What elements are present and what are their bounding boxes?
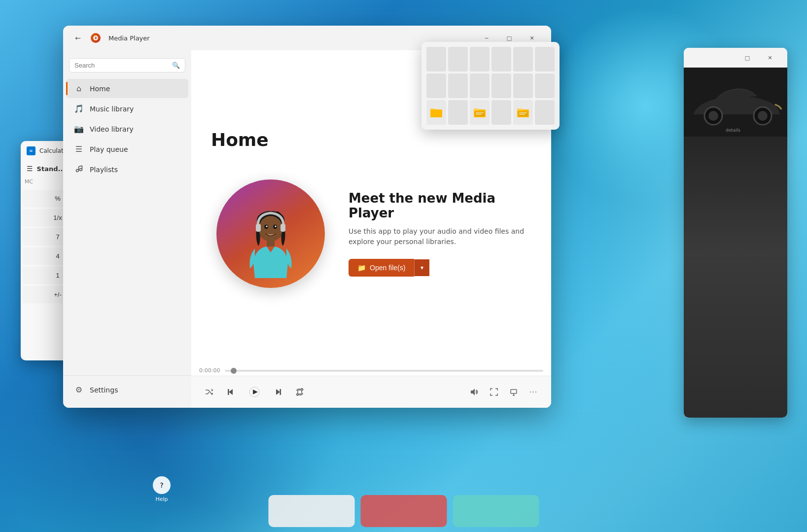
svg-marker-22: [276, 389, 280, 395]
help-button[interactable]: ?: [153, 476, 171, 494]
snap-cell-2-5[interactable]: [513, 73, 533, 98]
svg-rect-17: [281, 224, 285, 232]
svg-rect-32: [476, 112, 484, 113]
sidebar-item-music-library-label: Music library: [90, 105, 134, 113]
video-icon: 📷: [74, 124, 84, 134]
open-files-label: Open file(s): [370, 264, 405, 272]
sidebar-item-home[interactable]: ⌂ Home: [66, 79, 188, 98]
car-image: details: [684, 68, 787, 418]
svg-marker-18: [229, 389, 233, 395]
snap-cell-1-4[interactable]: [491, 47, 511, 71]
svg-point-41: [708, 111, 718, 121]
sidebar-item-settings-label: Settings: [90, 386, 118, 394]
titlebar-controls: ← Media Player: [71, 31, 150, 45]
snap-cell-3-2[interactable]: [448, 100, 468, 125]
calc-app-icon: ≡: [27, 146, 35, 155]
sidebar-item-music-library[interactable]: 🎵 Music library: [66, 99, 188, 118]
snap-cell-3-4[interactable]: [491, 100, 511, 125]
next-button[interactable]: [270, 384, 286, 400]
repeat-button[interactable]: [292, 384, 308, 400]
sidebar-item-playlists[interactable]: Playlists: [66, 160, 188, 179]
sidebar-bottom: ⚙ Settings: [63, 375, 191, 404]
sidebar-item-playlists-label: Playlists: [90, 166, 118, 174]
sidebar-item-play-queue-label: Play queue: [90, 145, 128, 153]
fullscreen-button[interactable]: [486, 384, 502, 400]
snap-cell-2-1[interactable]: [426, 73, 446, 98]
snap-popup: [421, 42, 560, 130]
snap-cell-3-3[interactable]: [470, 100, 490, 125]
svg-rect-28: [430, 109, 442, 117]
calc-mc-label: MC: [25, 178, 33, 185]
snap-cell-1-1[interactable]: [426, 47, 446, 71]
snap-cell-2-2[interactable]: [448, 73, 468, 98]
playback-controls: ···: [191, 376, 551, 408]
hero-subtitle: Use this app to play your audio and vide…: [349, 226, 526, 247]
snap-cell-2-6[interactable]: [535, 73, 555, 98]
person-illustration: [231, 199, 310, 288]
sidebar-item-video-library-label: Video library: [90, 125, 134, 133]
open-files-button-group: 📁 Open file(s) ▾: [349, 259, 526, 277]
more-options-button[interactable]: ···: [526, 384, 541, 400]
svg-rect-30: [474, 108, 479, 110]
calc-mode: Stand...: [37, 165, 66, 173]
bottom-card-2[interactable]: [360, 495, 447, 527]
shuffle-button[interactable]: [201, 384, 217, 400]
snap-cell-1-3[interactable]: [470, 47, 490, 71]
svg-rect-33: [476, 114, 482, 115]
svg-point-13: [266, 226, 268, 227]
svg-rect-37: [519, 112, 527, 113]
controls-right: ···: [466, 384, 541, 400]
snap-cell-3-6[interactable]: [535, 100, 555, 125]
svg-line-5: [79, 166, 82, 167]
snap-cell-1-5[interactable]: [513, 47, 533, 71]
bottom-card-1[interactable]: [268, 495, 354, 527]
snap-cell-1-2[interactable]: [448, 47, 468, 71]
snap-cell-1-6[interactable]: [535, 47, 555, 71]
svg-point-43: [758, 111, 768, 121]
svg-marker-21: [253, 390, 258, 394]
svg-rect-25: [511, 390, 517, 393]
progress-track[interactable]: [225, 370, 543, 372]
svg-point-14: [275, 226, 277, 227]
sidebar-item-play-queue[interactable]: ☰ Play queue: [66, 140, 188, 159]
progress-area: 0:00:00: [191, 367, 551, 376]
app-title: Media Player: [108, 35, 150, 42]
hero-title: Meet the new Media Player: [349, 191, 526, 220]
play-button[interactable]: [245, 382, 264, 402]
settings-icon: ⚙: [74, 385, 84, 394]
svg-rect-16: [256, 224, 261, 232]
home-icon: ⌂: [74, 84, 84, 93]
right-panel-header: □ ✕: [684, 48, 787, 68]
svg-rect-23: [280, 389, 281, 395]
snap-cell-2-3[interactable]: [470, 73, 490, 98]
folder-icon: 📁: [357, 264, 366, 272]
page-title: Home: [211, 130, 269, 150]
sidebar-item-video-library[interactable]: 📷 Video library: [66, 119, 188, 139]
progress-thumb[interactable]: [231, 368, 237, 374]
cast-button[interactable]: [506, 384, 522, 400]
sidebar-item-settings[interactable]: ⚙ Settings: [66, 380, 188, 399]
previous-button[interactable]: [223, 384, 239, 400]
search-input[interactable]: [74, 62, 168, 69]
help-button-area: ? Help: [153, 476, 171, 502]
hero-avatar: [216, 179, 325, 288]
back-button[interactable]: ←: [71, 31, 85, 45]
open-files-dropdown-button[interactable]: ▾: [414, 259, 429, 276]
hero-section: Meet the new Media Player Use this app t…: [216, 179, 526, 288]
right-panel-close[interactable]: ✕: [759, 50, 781, 66]
queue-icon: ☰: [74, 144, 84, 154]
snap-cell-2-4[interactable]: [491, 73, 511, 98]
svg-text:details: details: [726, 128, 740, 133]
sidebar-item-home-label: Home: [90, 85, 110, 93]
bottom-cards: [268, 495, 539, 527]
snap-cell-3-1[interactable]: [426, 100, 446, 125]
app-icon: [91, 33, 101, 43]
svg-marker-24: [471, 389, 475, 395]
svg-rect-38: [519, 114, 525, 115]
bottom-card-3[interactable]: [453, 495, 539, 527]
right-panel-maximize[interactable]: □: [736, 50, 759, 66]
volume-button[interactable]: [466, 384, 482, 400]
open-files-main-button[interactable]: 📁 Open file(s): [349, 259, 414, 277]
search-box[interactable]: 🔍: [69, 58, 185, 72]
snap-cell-3-5[interactable]: [513, 100, 533, 125]
